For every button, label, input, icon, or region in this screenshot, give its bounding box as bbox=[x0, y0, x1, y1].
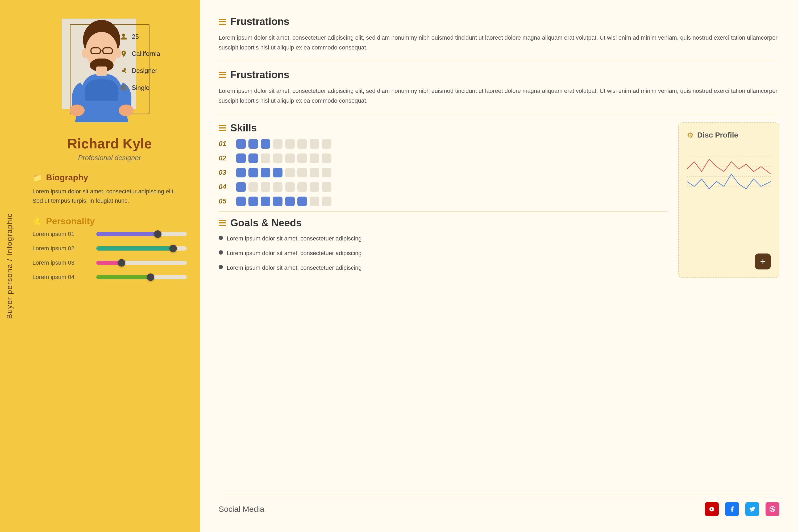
skill-dot bbox=[322, 139, 331, 149]
social-icons bbox=[705, 502, 779, 516]
slider-thumb-3 bbox=[118, 259, 125, 267]
hamburger-line bbox=[218, 19, 226, 20]
skill-dots-05 bbox=[236, 196, 331, 206]
bullet-dot-2 bbox=[218, 250, 223, 254]
slider-label-2: Lorem ipsum 02 bbox=[33, 245, 91, 252]
skill-dot bbox=[322, 182, 331, 192]
svg-point-13 bbox=[121, 86, 126, 91]
skill-dot bbox=[236, 196, 246, 206]
wrench-icon bbox=[119, 66, 129, 76]
personality-section: ⭐ Personality Lorem ipsum 01 Lorem ipsum… bbox=[33, 216, 187, 288]
person-name: Richard Kyle bbox=[67, 136, 152, 152]
slider-row-2: Lorem ipsum 02 bbox=[33, 245, 187, 252]
disc-gear-icon: ⚙ bbox=[687, 131, 694, 140]
slider-label-3: Lorem ipsum 03 bbox=[33, 259, 91, 266]
goals-section: Goals & Needs Lorem ipsum dolor sit amet… bbox=[218, 217, 668, 272]
skill-dots-04 bbox=[236, 182, 331, 192]
slider-thumb-1 bbox=[154, 230, 162, 238]
twitter-icon[interactable] bbox=[745, 502, 759, 516]
slider-row-3: Lorem ipsum 03 bbox=[33, 259, 187, 266]
slider-fill-1 bbox=[96, 232, 158, 236]
occupation-item: Designer bbox=[119, 66, 160, 76]
slider-label-1: Lorem ipsum 01 bbox=[33, 231, 91, 238]
skill-dot bbox=[273, 139, 283, 149]
bottom-row: Skills 01 bbox=[218, 122, 779, 278]
skills-header: Skills bbox=[218, 122, 668, 134]
occupation-value: Designer bbox=[132, 67, 157, 75]
goals-title: Goals & Needs bbox=[230, 217, 302, 229]
skill-dot bbox=[273, 168, 283, 177]
hamburger-icon-1 bbox=[218, 19, 226, 25]
page-wrapper: Buyer persona / Infographic bbox=[0, 0, 798, 532]
dribbble-icon[interactable] bbox=[765, 502, 779, 516]
skill-dot bbox=[322, 153, 331, 163]
slider-track-1[interactable] bbox=[96, 232, 187, 236]
skill-dot bbox=[285, 168, 295, 177]
goal-text-1: Lorem ipsum dolor sit amet, consectetuer… bbox=[227, 234, 361, 243]
person-title: Profesional designer bbox=[78, 154, 141, 162]
skill-dot bbox=[285, 182, 295, 192]
skill-dot bbox=[285, 139, 295, 149]
skill-dot bbox=[322, 168, 331, 177]
skill-dot bbox=[298, 168, 307, 177]
slider-row-4: Lorem ipsum 04 bbox=[33, 274, 187, 281]
hamburger-line bbox=[218, 125, 226, 126]
youtube-icon[interactable] bbox=[705, 502, 719, 516]
slider-row-1: Lorem ipsum 01 bbox=[33, 231, 187, 238]
skill-dot bbox=[248, 182, 258, 192]
skill-row-01: 01 bbox=[218, 139, 668, 149]
skill-dots-03 bbox=[236, 168, 331, 177]
svg-point-10 bbox=[70, 104, 84, 116]
goals-header: Goals & Needs bbox=[218, 217, 668, 229]
skill-dot bbox=[236, 153, 246, 163]
age-item: 25 bbox=[119, 32, 160, 41]
skill-num-04: 04 bbox=[218, 183, 232, 191]
slider-thumb-4 bbox=[147, 273, 154, 281]
slider-track-3[interactable] bbox=[96, 261, 187, 265]
right-panel: Frustrations Lorem ipsum dolor sit amet,… bbox=[200, 0, 798, 532]
facebook-icon[interactable] bbox=[725, 502, 739, 516]
hamburger-icon-4 bbox=[218, 220, 226, 226]
skill-dots-01 bbox=[236, 139, 331, 149]
skill-num-01: 01 bbox=[218, 140, 232, 148]
skill-dot bbox=[298, 139, 307, 149]
skill-num-03: 03 bbox=[218, 168, 232, 177]
skill-dot bbox=[285, 153, 295, 163]
skill-dot bbox=[236, 168, 246, 177]
frustrations-2-text: Lorem ipsum dolor sit amet, consectetuer… bbox=[218, 86, 779, 106]
social-title: Social Media bbox=[218, 505, 264, 514]
slider-track-4[interactable] bbox=[96, 275, 187, 279]
hamburger-line bbox=[218, 222, 226, 224]
bullet-dot-1 bbox=[218, 236, 223, 240]
hamburger-line bbox=[218, 24, 226, 25]
skill-dot bbox=[322, 196, 331, 206]
goal-text-2: Lorem ipsum dolor sit amet, consectetuer… bbox=[227, 249, 361, 258]
skill-dots-02 bbox=[236, 153, 331, 163]
slider-track-2[interactable] bbox=[96, 246, 187, 251]
frustrations-1-section: Frustrations Lorem ipsum dolor sit amet,… bbox=[218, 16, 779, 53]
hamburger-line bbox=[218, 128, 226, 129]
disc-add-button[interactable]: + bbox=[755, 253, 771, 269]
divider-3 bbox=[218, 211, 668, 212]
social-footer: Social Media bbox=[218, 494, 779, 516]
skill-dot bbox=[261, 139, 270, 149]
divider-1 bbox=[218, 61, 779, 61]
skill-dot bbox=[310, 139, 319, 149]
vertical-label: Buyer persona / Infographic bbox=[0, 0, 19, 532]
skill-dot bbox=[236, 182, 246, 192]
skill-dot bbox=[248, 168, 258, 177]
age-value: 25 bbox=[132, 33, 139, 40]
slider-label-4: Lorem ipsum 04 bbox=[33, 274, 91, 281]
svg-point-11 bbox=[119, 104, 134, 116]
hamburger-line bbox=[218, 130, 226, 131]
status-value: Single bbox=[132, 84, 150, 92]
biography-title: Biography bbox=[46, 173, 88, 183]
info-items: 25 Callifornia Designer bbox=[119, 32, 160, 93]
skill-dot bbox=[261, 153, 270, 163]
svg-rect-12 bbox=[96, 66, 107, 76]
skill-dot bbox=[310, 196, 319, 206]
status-item: Single bbox=[119, 83, 160, 93]
skill-num-02: 02 bbox=[218, 154, 232, 162]
skill-dot bbox=[248, 196, 258, 206]
skill-dot bbox=[310, 153, 319, 163]
